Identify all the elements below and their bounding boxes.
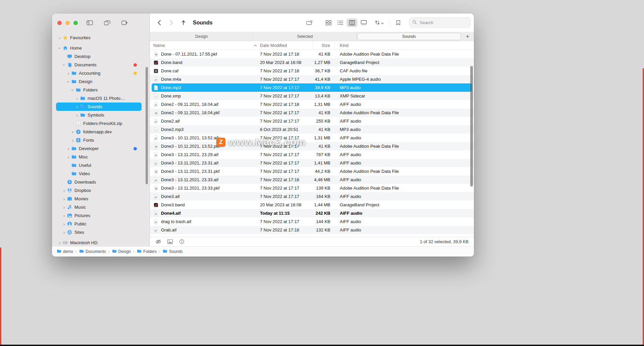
forward-button[interactable] bbox=[167, 19, 175, 27]
sidebar-item-dropbox[interactable]: ›Dropbox bbox=[56, 186, 142, 195]
sidebar-item-video[interactable]: Video bbox=[56, 169, 142, 178]
file-row[interactable]: Done4.aifToday at 11:15242 KBAIFF audio bbox=[150, 209, 474, 217]
close-button[interactable] bbox=[57, 21, 62, 25]
column-header-name[interactable]: Name bbox=[153, 41, 260, 50]
disclosure-chevron-icon[interactable]: › bbox=[66, 155, 71, 159]
sidebar-item-foldersapp-dev[interactable]: ›foldersapp.dev bbox=[56, 128, 142, 136]
sidebar-item-fonts[interactable]: ›FFonts bbox=[56, 136, 142, 144]
new-tab-icon[interactable] bbox=[121, 19, 128, 26]
sort-menu-button[interactable] bbox=[373, 18, 386, 27]
column-view-icon[interactable] bbox=[346, 18, 358, 27]
file-row[interactable]: Done3 - 13.11.2021, 23.33.pkf7 Nov 2022 … bbox=[150, 184, 474, 192]
disclosure-chevron-icon[interactable]: › bbox=[66, 146, 71, 151]
file-row[interactable]: Done2 - 09.11.2021, 18.04.aif7 Nov 2022 … bbox=[150, 100, 474, 109]
disclosure-chevron-icon[interactable]: › bbox=[62, 230, 66, 235]
search-input[interactable] bbox=[419, 20, 468, 25]
gallery-view-icon[interactable] bbox=[358, 18, 369, 27]
disclosure-chevron-icon[interactable]: › bbox=[75, 113, 79, 118]
file-row[interactable]: Done3.aif7 Nov 2022 at 17:17164 KBAIFF a… bbox=[150, 192, 474, 201]
list-view-icon[interactable] bbox=[335, 18, 346, 27]
tab-sounds[interactable]: Sounds bbox=[357, 33, 461, 40]
file-row[interactable]: Done2 - 09.11.2021, 18.04.pkf7 Nov 2022 … bbox=[150, 109, 474, 117]
file-row[interactable]: Done2.mp38 Oct 2023 at 20:5141 KBMP3 aud… bbox=[150, 125, 474, 134]
file-row[interactable]: Done.band20 Mar 2023 at 16:081,27 MBGara… bbox=[150, 58, 474, 67]
sidebar-item-sounds[interactable]: ›Sounds bbox=[56, 102, 142, 111]
disclosure-chevron-icon[interactable]: › bbox=[57, 240, 62, 245]
sidebar-item-music[interactable]: ›Music bbox=[56, 203, 142, 211]
file-row[interactable]: Done3 - 13.11.2021, 23.31.pkf7 Nov 2022 … bbox=[150, 167, 474, 176]
bookmark-icon[interactable] bbox=[393, 18, 404, 27]
column-header-date-modified[interactable]: Date Modified bbox=[260, 41, 313, 50]
disclosure-chevron-icon[interactable]: › bbox=[75, 96, 79, 101]
disclosure-chevron-icon[interactable]: › bbox=[62, 205, 66, 210]
sidebar-item-folders-presskit-zip[interactable]: Folders-PressKit.zip bbox=[56, 119, 142, 128]
sidebar-item-downloads[interactable]: Downloads bbox=[56, 178, 142, 186]
disclosure-chevron-icon[interactable]: › bbox=[62, 188, 66, 193]
file-row[interactable]: Done3 - 13.11.2021, 23.33.aif7 Nov 2022 … bbox=[150, 176, 474, 184]
sidebar-item-favourites[interactable]: ›Favourites bbox=[56, 33, 142, 42]
file-list-scrollbar[interactable] bbox=[470, 66, 473, 187]
path-item-design[interactable]: Design bbox=[112, 249, 131, 254]
new-tab-button[interactable]: + bbox=[461, 32, 474, 41]
file-row[interactable]: Done.mp37 Nov 2022 at 17:1739,9 KBMP3 au… bbox=[150, 83, 474, 92]
file-row[interactable]: Done.xmp7 Nov 2022 at 17:1713,4 KBXMP Si… bbox=[150, 92, 474, 100]
file-row[interactable]: Done.caf7 Nov 2022 at 17:1836,7 KBCAF Au… bbox=[150, 67, 474, 75]
sidebar-item-pictures[interactable]: ›Pictures bbox=[56, 211, 142, 220]
tab-overview-icon[interactable] bbox=[103, 19, 111, 26]
back-button[interactable] bbox=[155, 19, 163, 27]
file-row[interactable]: Grab.aif7 Nov 2022 at 17:18132 KBAIFF au… bbox=[150, 226, 474, 234]
sidebar-item-design[interactable]: ›Design bbox=[56, 77, 142, 86]
sidebar-item-misc[interactable]: ›Misc bbox=[56, 153, 142, 161]
sidebar-item-macintosh-hd[interactable]: ›Macintosh HD bbox=[56, 238, 142, 246]
file-row[interactable]: Done3 - 13.11.2021, 23.29.aif7 Nov 2022 … bbox=[150, 150, 474, 159]
file-row[interactable]: drag to trash.aif7 Nov 2022 at 17:17144 … bbox=[150, 217, 474, 226]
file-row[interactable]: Done - 07.11.2021, 17.55.pkf7 Nov 2022 a… bbox=[150, 50, 474, 58]
disclosure-chevron-icon[interactable]: › bbox=[66, 71, 71, 76]
sidebar-item-documents[interactable]: ›Documents bbox=[56, 61, 142, 69]
search-field[interactable] bbox=[409, 17, 471, 28]
sidebar-toggle-icon[interactable] bbox=[86, 19, 93, 26]
sidebar-item-developer[interactable]: ›Developer bbox=[56, 144, 142, 153]
info-icon[interactable] bbox=[179, 239, 185, 244]
sidebar-scrollbar[interactable] bbox=[146, 67, 148, 184]
path-item-sounds[interactable]: Sounds bbox=[163, 249, 183, 254]
zoom-button[interactable] bbox=[73, 21, 78, 25]
disclosure-chevron-icon[interactable]: › bbox=[66, 79, 71, 84]
file-row[interactable]: Done3.band20 Mar 2023 at 16:081,44 MBGar… bbox=[150, 201, 474, 209]
disclosure-chevron-icon[interactable]: › bbox=[57, 36, 62, 40]
path-item-folders[interactable]: Folders bbox=[137, 249, 157, 254]
file-row[interactable]: Done3 - 10.11.2021, 13.52.pkf7 Nov 2022 … bbox=[150, 142, 474, 150]
disclosure-chevron-icon[interactable]: › bbox=[75, 105, 79, 109]
disclosure-chevron-icon[interactable]: › bbox=[70, 130, 75, 134]
disclosure-chevron-icon[interactable]: › bbox=[70, 88, 75, 92]
disclosure-chevron-icon[interactable]: › bbox=[62, 63, 66, 67]
column-header-kind[interactable]: Kind bbox=[335, 41, 474, 50]
minimize-button[interactable] bbox=[65, 21, 70, 25]
column-header-size[interactable]: Size bbox=[313, 41, 335, 50]
new-folder-icon[interactable] bbox=[304, 18, 315, 27]
sidebar-item-desktop[interactable]: Desktop bbox=[56, 52, 142, 61]
sidebar-item-folders[interactable]: ›Folders bbox=[56, 86, 142, 94]
disclosure-chevron-icon[interactable]: › bbox=[62, 213, 66, 218]
hide-extension-icon[interactable] bbox=[155, 239, 161, 244]
up-button[interactable] bbox=[179, 19, 187, 27]
icon-view-icon[interactable] bbox=[323, 18, 334, 27]
path-item-demo[interactable]: demo bbox=[57, 249, 73, 254]
file-row[interactable]: Done2.aif7 Nov 2022 at 17:17255 KBAIFF a… bbox=[150, 117, 474, 125]
sidebar-item-symbols[interactable]: ›Symbols bbox=[56, 111, 142, 119]
file-row[interactable]: Done.m4a7 Nov 2022 at 17:1741,4 KBApple … bbox=[150, 75, 474, 83]
sidebar-item-home[interactable]: ›Home bbox=[56, 44, 142, 52]
preview-icon[interactable] bbox=[167, 239, 173, 244]
disclosure-chevron-icon[interactable]: › bbox=[57, 46, 62, 51]
sidebar-item-accounting[interactable]: ›Accounting bbox=[56, 69, 142, 77]
sidebar-item-sites[interactable]: ›Sites bbox=[56, 228, 142, 236]
sidebar-item-movies[interactable]: ›Movies bbox=[56, 195, 142, 203]
file-row[interactable]: Done3 - 13.11.2021, 23.31.aif7 Nov 2022 … bbox=[150, 159, 474, 167]
path-item-documents[interactable]: Documents bbox=[79, 249, 106, 254]
disclosure-chevron-icon[interactable]: › bbox=[62, 222, 66, 226]
disclosure-chevron-icon[interactable]: › bbox=[62, 197, 66, 201]
sidebar-item-useful[interactable]: Useful bbox=[56, 161, 142, 169]
sidebar-item-public[interactable]: ›Public bbox=[56, 220, 142, 228]
file-row[interactable]: Done3 - 10.11.2021, 13.52.aif7 Nov 2022 … bbox=[150, 134, 474, 142]
tab-selected[interactable]: Selected bbox=[253, 32, 357, 41]
